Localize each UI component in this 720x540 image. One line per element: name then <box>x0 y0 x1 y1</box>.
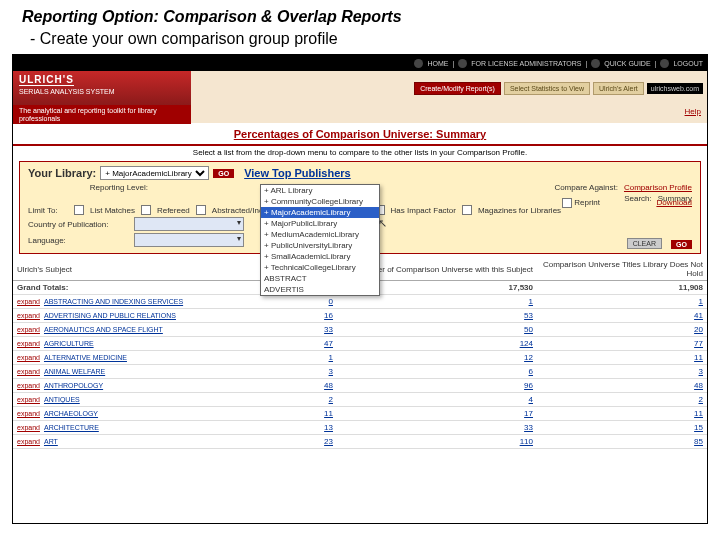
nav-logout[interactable]: LOGOUT <box>673 60 703 67</box>
col-not-hold: Comparison Universe Titles Library Does … <box>537 258 707 281</box>
ulrichsweb-link[interactable]: ulrichsweb.com <box>647 83 703 94</box>
expand-link[interactable]: expand <box>17 312 40 319</box>
search-label: Search: <box>624 194 652 203</box>
dropdown-option[interactable]: + ARL Library <box>261 185 379 196</box>
subject-link[interactable]: ARCHITECTURE <box>44 424 99 431</box>
impact-label: Has Impact Factor <box>391 206 456 215</box>
brand-sys: SERIALS ANALYSIS SYSTEM <box>19 88 115 95</box>
table-row: expandAGRICULTURE4712477 <box>13 337 707 351</box>
country-label: Country of Publication: <box>28 220 128 229</box>
view-top-publishers-link[interactable]: View Top Publishers <box>244 167 351 179</box>
subject-link[interactable]: ANIMAL WELFARE <box>44 368 105 375</box>
table-row: expandANIMAL WELFARE363 <box>13 365 707 379</box>
go-button-bottom[interactable]: GO <box>671 240 692 249</box>
title-em: Comparison & Overlap Reports <box>163 8 401 25</box>
dropdown-option[interactable]: + MajorPublicLibrary <box>261 218 379 229</box>
go-button[interactable]: GO <box>213 169 234 178</box>
expand-link[interactable]: expand <box>17 382 40 389</box>
create-modify-button[interactable]: Create/Modify Report(s) <box>414 82 501 95</box>
expand-link[interactable]: expand <box>17 396 40 403</box>
subject-link[interactable]: ABSTRACTING AND INDEXING SERVICES <box>44 298 183 305</box>
your-library-label: Your Library: <box>28 167 96 179</box>
dropdown-option[interactable]: + MajorAcademicLibrary <box>261 207 379 218</box>
refereed-checkbox[interactable] <box>141 205 151 215</box>
expand-link[interactable]: expand <box>17 326 40 333</box>
logo: ULRICH'S SERIALS ANALYSIS SYSTEM <box>13 71 191 105</box>
expand-link[interactable]: expand <box>17 340 40 347</box>
expand-link[interactable]: expand <box>17 424 40 431</box>
library-select[interactable]: + MajorAcademicLibrary <box>100 166 209 180</box>
subject-link[interactable]: ANTIQUES <box>44 396 80 403</box>
list-matches-checkbox[interactable] <box>74 205 84 215</box>
brand-name: ULRICH'S <box>19 74 74 86</box>
subject-link[interactable]: AGRICULTURE <box>44 340 94 347</box>
help-icon[interactable] <box>591 59 600 68</box>
reporting-level-label: Reporting Level: <box>28 183 148 192</box>
subject-link[interactable]: ADVERTISING AND PUBLIC RELATIONS <box>44 312 176 319</box>
close-icon[interactable] <box>660 59 669 68</box>
table-row: expandANTIQUES242 <box>13 393 707 407</box>
subject-link[interactable]: AERONAUTICS AND SPACE FLIGHT <box>44 326 163 333</box>
info-icon[interactable] <box>458 59 467 68</box>
dropdown-option[interactable]: + SmallAcademicLibrary <box>261 251 379 262</box>
slide-subtitle: - Create your own comparison group profi… <box>0 30 720 54</box>
nav-admin[interactable]: FOR LICENSE ADMINISTRATORS <box>471 60 581 67</box>
subject-link[interactable]: ARCHAEOLOGY <box>44 410 98 417</box>
limit-to-label: Limit To: <box>28 206 68 215</box>
subject-link[interactable]: ART <box>44 438 58 445</box>
cursor-icon: ↖ <box>378 217 387 230</box>
language-select[interactable] <box>134 233 244 247</box>
brand-row: ULRICH'S SERIALS ANALYSIS SYSTEM Create/… <box>13 71 707 105</box>
subject-link[interactable]: ALTERNATIVE MEDICINE <box>44 354 127 361</box>
table-row: expandARCHITECTURE133315 <box>13 421 707 435</box>
expand-link[interactable]: expand <box>17 410 40 417</box>
table-row: expandADVERTISING AND PUBLIC RELATIONS16… <box>13 309 707 323</box>
library-dropdown[interactable]: + ARL Library+ CommunityCollegeLibrary+ … <box>260 184 380 296</box>
dropdown-option[interactable]: + CommunityCollegeLibrary <box>261 196 379 207</box>
dropdown-option[interactable]: + TechnicalCollegeLibrary <box>261 262 379 273</box>
toolbar: Create/Modify Report(s) Select Statistic… <box>191 71 707 105</box>
reprint-checkbox[interactable] <box>562 198 572 208</box>
filter-panel: Your Library: + MajorAcademicLibrary GO … <box>19 161 701 254</box>
nav-quickguide[interactable]: QUICK GUIDE <box>604 60 650 67</box>
expand-link[interactable]: expand <box>17 354 40 361</box>
alerts-button[interactable]: Ulrich's Alert <box>593 82 644 95</box>
language-label: Language: <box>28 236 128 245</box>
list-matches-label: List Matches <box>90 206 135 215</box>
tagline-row: The analytical and reporting toolkit for… <box>13 105 707 124</box>
magazines-label: Magazines for Libraries <box>478 206 561 215</box>
dropdown-option[interactable]: + MediumAcademicLibrary <box>261 229 379 240</box>
comparison-profile-link[interactable]: Comparison Profile <box>624 183 692 192</box>
table-row: expandARCHAEOLOGY111711 <box>13 407 707 421</box>
title-pre: Reporting Option: <box>22 8 163 25</box>
magazines-checkbox[interactable] <box>462 205 472 215</box>
compare-against-label: Compare Against: <box>554 183 618 192</box>
table-row: expandANTHROPOLOGY489648 <box>13 379 707 393</box>
abstracted-checkbox[interactable] <box>196 205 206 215</box>
help-link[interactable]: Help <box>685 107 701 116</box>
col-subject: Ulrich's Subject <box>13 258 247 281</box>
home-icon[interactable] <box>414 59 423 68</box>
download-link[interactable]: Download <box>656 198 692 207</box>
reprint-label: Reprint <box>574 198 600 207</box>
select-stats-button[interactable]: Select Statistics to View <box>504 82 590 95</box>
dropdown-option[interactable]: + PublicUniversityLibrary <box>261 240 379 251</box>
country-select[interactable] <box>134 217 244 231</box>
tagline: The analytical and reporting toolkit for… <box>13 105 191 124</box>
instruction-text: Select a list from the drop-down menu to… <box>13 146 707 159</box>
dropdown-option[interactable]: ADVERTIS <box>261 284 379 295</box>
table-row: expandART2311085 <box>13 435 707 449</box>
table-row: expandABSTRACTING AND INDEXING SERVICES0… <box>13 295 707 309</box>
dropdown-option[interactable]: ABSTRACT <box>261 273 379 284</box>
clear-button[interactable]: CLEAR <box>627 238 662 249</box>
top-nav: HOME| FOR LICENSE ADMINISTRATORS| QUICK … <box>13 55 707 71</box>
expand-link[interactable]: expand <box>17 298 40 305</box>
expand-link[interactable]: expand <box>17 438 40 445</box>
app-window: HOME| FOR LICENSE ADMINISTRATORS| QUICK … <box>12 54 708 524</box>
expand-link[interactable]: expand <box>17 368 40 375</box>
table-row: expandAERONAUTICS AND SPACE FLIGHT335020 <box>13 323 707 337</box>
page-title: Percentages of Comparison Universe: Summ… <box>13 124 707 146</box>
subject-link[interactable]: ANTHROPOLOGY <box>44 382 103 389</box>
nav-home[interactable]: HOME <box>427 60 448 67</box>
refereed-label: Refereed <box>157 206 190 215</box>
